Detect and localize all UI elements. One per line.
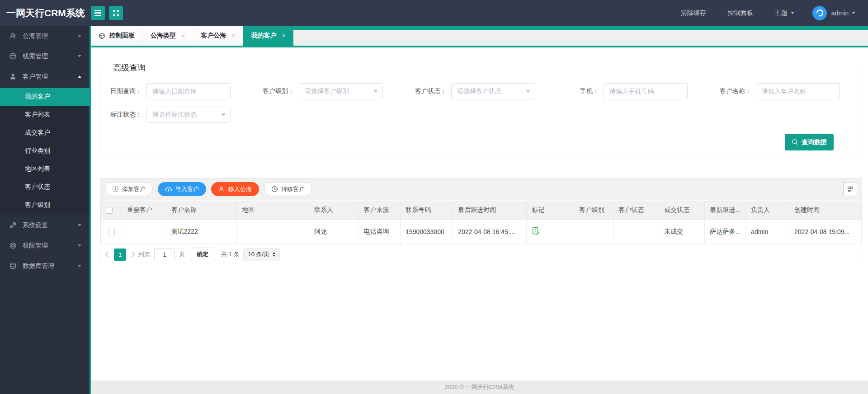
clear-cache-link[interactable]: 清除缓存: [681, 9, 706, 17]
customer-status-select[interactable]: 请选择客户状态: [451, 83, 535, 99]
fullscreen-icon: [113, 9, 119, 16]
field-label: 手机：: [562, 87, 599, 95]
users-icon: [9, 32, 17, 40]
chevron-down-icon: [78, 35, 81, 37]
field-customer-level: 客户级别： 请选择客户级别: [257, 83, 383, 99]
settings-icon: [9, 221, 17, 229]
tab-public-sea-type[interactable]: 公海类型 ×: [143, 26, 193, 46]
cell-owner: admin: [746, 220, 789, 244]
cell-region: [237, 220, 309, 244]
hamburger-icon: [94, 10, 101, 16]
tab-bar: 控制面板 公海类型 × 客户公海 × 我的客户 ×: [91, 26, 868, 47]
field-label: 标注状态：: [105, 111, 142, 119]
sidebar-item-permissions[interactable]: 权限管理: [0, 235, 90, 256]
sidebar-item-database[interactable]: 数据库管理: [0, 256, 90, 276]
sidebar-item-customers[interactable]: 客户管理: [0, 66, 90, 87]
sidebar-item-region-list[interactable]: 地区列表: [0, 160, 90, 178]
table-row[interactable]: 测试2222 阿龙 电话咨询 15900033000 2022-04-08 16…: [101, 220, 862, 244]
prev-page-icon[interactable]: [105, 252, 111, 258]
user-icon: [9, 73, 17, 80]
date-query-input[interactable]: [146, 83, 231, 99]
dashboard-link[interactable]: 控制面板: [728, 9, 753, 17]
field-date-query: 日期查询：: [105, 83, 231, 99]
goto-page-input[interactable]: [154, 248, 175, 261]
sidebar-item-public-sea[interactable]: 公海管理: [0, 26, 90, 46]
cell-source: 电话咨询: [359, 220, 401, 244]
fullscreen-button[interactable]: [109, 6, 123, 20]
col-owner: 负责人: [746, 200, 789, 220]
user-avatar[interactable]: [812, 6, 827, 20]
user-menu[interactable]: admin: [831, 9, 855, 17]
row-checkbox[interactable]: [108, 229, 115, 235]
database-icon: [9, 262, 17, 270]
transfer-customer-button[interactable]: 转移客户: [264, 182, 312, 196]
sidebar-item-customer-list[interactable]: 客户列表: [0, 106, 90, 124]
field-label: 日期查询：: [105, 87, 142, 95]
field-label: 客户状态：: [410, 87, 447, 95]
close-icon[interactable]: ×: [231, 32, 235, 39]
move-to-public-sea-button[interactable]: 移入公海: [211, 182, 259, 196]
cell-name: 测试2222: [166, 220, 237, 244]
sidebar-item-leads[interactable]: 线索管理: [0, 46, 90, 66]
import-customer-button[interactable]: 导入客户: [158, 182, 206, 196]
sidebar-item-customer-status[interactable]: 客户状态: [0, 178, 90, 196]
close-icon[interactable]: ×: [181, 32, 185, 39]
cloud-upload-icon: [165, 186, 172, 192]
chevron-down-icon: [221, 113, 226, 116]
field-mobile: 手机：: [562, 83, 688, 99]
customer-table-panel: 添加客户 导入客户 移入公海: [100, 178, 862, 265]
top-header: 一网天行CRM系统 清除缓存 控制面板 主题 admin: [0, 0, 868, 26]
cell-deal-status: 未成交: [659, 220, 705, 244]
columns-icon: [847, 186, 854, 193]
field-customer-name: 客户名称：: [714, 83, 840, 99]
page-number-button[interactable]: 1: [114, 249, 126, 261]
cell-latest-follow: 萨达萨多...: [705, 220, 746, 244]
col-status: 客户状态: [613, 200, 659, 220]
table-header-row: 重要客户 客户名称 地区 联系人 客户来源 联系号码 最后跟进时间 标记 客户级…: [101, 200, 862, 220]
mark-status-select[interactable]: 请选择标注状态: [146, 107, 231, 123]
sidebar-item-industry-category[interactable]: 行业类别: [0, 142, 90, 160]
tab-dashboard[interactable]: 控制面板: [91, 26, 143, 46]
col-latest-follow: 最新跟进...: [705, 200, 746, 220]
mobile-input[interactable]: [604, 83, 688, 99]
col-level: 客户级别: [574, 200, 613, 220]
select-spinner-icon: [273, 252, 275, 257]
col-created: 创建时间: [789, 200, 862, 220]
goto-prefix: 到第: [138, 250, 150, 258]
close-icon[interactable]: ×: [282, 32, 285, 39]
sidebar: 公海管理 线索管理 客户管理 我的客户 客户列表 成交客户: [0, 26, 91, 394]
col-phone: 联系号码: [401, 200, 453, 220]
select-all-checkbox[interactable]: [106, 207, 113, 214]
clock-icon: [271, 186, 278, 192]
search-icon: [792, 139, 798, 145]
note-edit-icon[interactable]: ?: [532, 227, 540, 235]
field-label: 客户级别：: [257, 87, 294, 95]
sidebar-item-deal-customers[interactable]: 成交客户: [0, 124, 90, 142]
plus-circle-icon: [112, 186, 119, 192]
next-page-icon[interactable]: [129, 252, 135, 258]
customer-level-select[interactable]: 请选择客户级别: [299, 83, 383, 99]
field-label: 客户名称：: [714, 87, 751, 95]
person-icon: [218, 186, 225, 192]
customer-name-input[interactable]: [756, 83, 840, 99]
column-settings-button[interactable]: [843, 182, 857, 196]
sidebar-item-customer-level[interactable]: 客户级别: [0, 196, 90, 214]
goto-suffix: 页: [179, 250, 185, 258]
field-mark-status: 标注状态： 请选择标注状态: [105, 107, 231, 123]
search-data-button[interactable]: 查询数据: [785, 134, 834, 150]
svg-text:?: ?: [534, 228, 537, 233]
confirm-button[interactable]: 确定: [191, 248, 214, 261]
header-actions: 清除缓存 控制面板 主题 admin: [659, 6, 868, 20]
cell-mark: ?: [527, 220, 574, 244]
sidebar-item-my-customers[interactable]: 我的客户: [0, 88, 90, 106]
collapse-menu-button[interactable]: [91, 6, 105, 20]
theme-menu[interactable]: 主题: [775, 9, 794, 17]
col-name: 客户名称: [166, 200, 237, 220]
app-logo: 一网天行CRM系统: [0, 7, 91, 19]
tab-my-customers[interactable]: 我的客户 ×: [243, 26, 293, 46]
sidebar-item-system-settings[interactable]: 系统设置: [0, 215, 90, 235]
tab-customer-public-sea[interactable]: 客户公海 ×: [193, 26, 243, 46]
add-customer-button[interactable]: 添加客户: [105, 182, 153, 196]
page-size-select[interactable]: 10 条/页: [243, 248, 280, 261]
customer-table: 重要客户 客户名称 地区 联系人 客户来源 联系号码 最后跟进时间 标记 客户级…: [100, 200, 862, 244]
